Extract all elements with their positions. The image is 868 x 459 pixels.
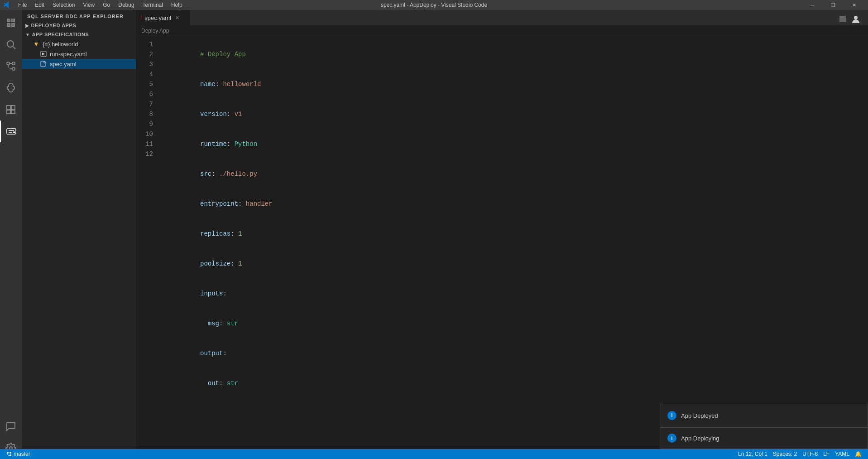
yaml-file-icon bbox=[40, 61, 47, 67]
activity-item-explorer[interactable] bbox=[0, 12, 22, 34]
editor-area: ! spec.yaml ✕ bbox=[136, 10, 868, 459]
folder-icon: ▼ bbox=[33, 40, 40, 48]
code-line-5: src: ./hello.py bbox=[162, 159, 868, 189]
sidebar-header: SQL SERVER BDC APP EXPLORER bbox=[22, 10, 136, 21]
menu-selection[interactable]: Selection bbox=[49, 1, 78, 9]
tab-bar: ! spec.yaml ✕ bbox=[136, 10, 868, 26]
status-encoding-label: UTF-8 bbox=[802, 451, 818, 457]
minimize-button[interactable]: ─ bbox=[802, 0, 823, 10]
status-bar: master Ln 12, Col 1 Spaces: 2 UTF-8 LF Y… bbox=[0, 449, 868, 459]
svg-line-1 bbox=[13, 47, 16, 49]
svg-point-17 bbox=[10, 452, 11, 454]
menu-help[interactable]: Help bbox=[168, 1, 186, 9]
titlebar-menus: File Edit Selection View Go Debug Termin… bbox=[14, 1, 186, 9]
svg-rect-8 bbox=[11, 110, 15, 114]
tree-item-spec-yaml[interactable]: spec.yaml bbox=[22, 59, 136, 69]
activity-item-scm[interactable] bbox=[0, 55, 22, 77]
svg-point-10 bbox=[13, 131, 15, 133]
tree-item-run-spec[interactable]: run-spec.yaml bbox=[22, 49, 136, 59]
menu-debug[interactable]: Debug bbox=[115, 1, 138, 9]
code-line-11: output: bbox=[162, 338, 868, 368]
svg-point-14 bbox=[854, 16, 858, 19]
tab-spec-yaml[interactable]: ! spec.yaml ✕ bbox=[136, 10, 190, 25]
tab-modified-icon: ! bbox=[140, 14, 142, 21]
notification-label-deployed: App Deployed bbox=[681, 412, 718, 419]
tree-item-helloworld[interactable]: ▼ {≡} helloworld bbox=[22, 39, 136, 49]
notification-label-deploying: App Deploying bbox=[681, 435, 719, 442]
sidebar-section-app-specs[interactable]: ▼ APP SPECIFICATIONS bbox=[22, 30, 136, 39]
status-spaces[interactable]: Spaces: 2 bbox=[770, 449, 800, 459]
svg-rect-6 bbox=[11, 106, 15, 109]
activity-item-debug[interactable] bbox=[0, 77, 22, 99]
activity-item-extensions[interactable] bbox=[0, 99, 22, 121]
activity-item-feedback[interactable] bbox=[0, 416, 22, 437]
status-spaces-label: Spaces: 2 bbox=[773, 451, 797, 457]
sidebar-section-deployed-apps[interactable]: ▶ DEPLOYED APPS bbox=[22, 21, 136, 30]
line-numbers: 1 2 3 4 5 6 7 8 9 10 11 12 13 bbox=[136, 36, 158, 459]
vscode-icon bbox=[4, 1, 11, 9]
status-eol[interactable]: LF bbox=[820, 449, 832, 459]
code-line-2: name: helloworld bbox=[162, 69, 868, 99]
status-encoding[interactable]: UTF-8 bbox=[800, 449, 820, 459]
tree-item-helloworld-label: {≡} helloworld bbox=[43, 41, 132, 48]
svg-rect-7 bbox=[7, 110, 10, 114]
breadcrumb-text: Deploy App bbox=[141, 28, 169, 34]
status-bell-icon: 🔔 bbox=[855, 451, 862, 457]
activity-item-sql-bdc[interactable] bbox=[0, 121, 22, 142]
menu-file[interactable]: File bbox=[14, 1, 30, 9]
main-layout: 1 SQL SERVER BDC APP EXPLORER ▶ DEPLOYED… bbox=[0, 10, 868, 459]
close-button[interactable]: ✕ bbox=[844, 0, 864, 10]
tab-end-icons bbox=[836, 13, 864, 25]
notification-app-deployed: i App Deployed bbox=[660, 405, 868, 426]
svg-point-16 bbox=[10, 454, 11, 456]
menu-go[interactable]: Go bbox=[99, 1, 114, 9]
activity-item-search[interactable] bbox=[0, 34, 22, 55]
status-language[interactable]: YAML bbox=[832, 449, 852, 459]
code-line-1: # Deploy App bbox=[162, 39, 868, 69]
titlebar-title: spec.yaml - AppDeploy - Visual Studio Co… bbox=[381, 2, 487, 8]
menu-edit[interactable]: Edit bbox=[31, 1, 48, 9]
svg-rect-5 bbox=[7, 106, 10, 109]
tree-item-spec-yaml-label: spec.yaml bbox=[50, 61, 126, 68]
code-line-9: inputs: bbox=[162, 279, 868, 309]
user-avatar bbox=[851, 14, 861, 24]
code-line-12: out: str bbox=[162, 368, 868, 398]
chevron-right-icon: ▶ bbox=[25, 23, 29, 28]
code-line-4: runtime: Python bbox=[162, 129, 868, 159]
status-right: Ln 12, Col 1 Spaces: 2 UTF-8 LF YAML 🔔 bbox=[735, 449, 864, 459]
code-line-3: version: v1 bbox=[162, 99, 868, 129]
menu-terminal[interactable]: Terminal bbox=[139, 1, 167, 9]
code-editor[interactable]: # Deploy App name: helloworld version: v… bbox=[158, 36, 868, 459]
status-eol-label: LF bbox=[823, 451, 830, 457]
notifications-area: i App Deployed i App Deploying bbox=[660, 405, 868, 449]
notification-app-deploying: i App Deploying bbox=[660, 427, 868, 449]
sidebar: SQL SERVER BDC APP EXPLORER ▶ DEPLOYED A… bbox=[22, 10, 136, 459]
svg-rect-9 bbox=[7, 129, 16, 134]
status-branch[interactable]: master bbox=[4, 449, 33, 459]
tree-item-run-spec-label: run-spec.yaml bbox=[50, 51, 132, 58]
deployed-apps-label: DEPLOYED APPS bbox=[31, 23, 77, 28]
status-branch-label: master bbox=[14, 451, 30, 457]
restore-button[interactable]: ❐ bbox=[823, 0, 844, 10]
breadcrumb: Deploy App bbox=[136, 26, 868, 36]
status-notifications[interactable]: 🔔 bbox=[852, 449, 864, 459]
status-language-label: YAML bbox=[835, 451, 849, 457]
chevron-down-icon: ▼ bbox=[25, 32, 30, 37]
status-position[interactable]: Ln 12, Col 1 bbox=[735, 449, 770, 459]
activity-bar: 1 bbox=[0, 10, 22, 459]
code-line-7: replicas: 1 bbox=[162, 219, 868, 249]
code-line-8: poolsize: 1 bbox=[162, 249, 868, 279]
tab-close-button[interactable]: ✕ bbox=[174, 14, 181, 21]
run-file-icon bbox=[40, 51, 47, 57]
code-line-6: entrypoint: handler bbox=[162, 189, 868, 219]
status-position-label: Ln 12, Col 1 bbox=[738, 451, 767, 457]
svg-point-0 bbox=[7, 41, 14, 47]
app-specs-label: APP SPECIFICATIONS bbox=[32, 32, 89, 37]
svg-point-2 bbox=[7, 62, 10, 65]
editor-content[interactable]: 1 2 3 4 5 6 7 8 9 10 11 12 13 # Deploy A… bbox=[136, 36, 868, 459]
tab-label: spec.yaml bbox=[144, 14, 171, 21]
split-editor-icon[interactable] bbox=[836, 13, 849, 25]
menu-view[interactable]: View bbox=[79, 1, 98, 9]
code-line-10: msg: str bbox=[162, 309, 868, 338]
titlebar-controls: ─ ❐ ✕ bbox=[802, 0, 864, 10]
